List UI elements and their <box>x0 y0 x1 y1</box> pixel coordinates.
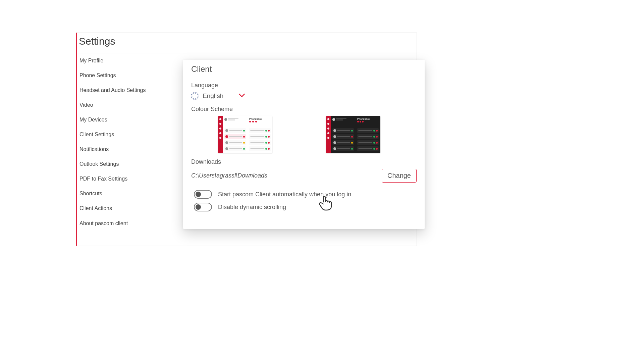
downloads-row: C:\Users\agrassl\Downloads Change <box>191 169 417 183</box>
downloads-path-value: C:\Users\agrassl\Downloads <box>191 172 267 179</box>
autostart-toggle-row: Start pascom Client automatically when y… <box>191 190 417 199</box>
language-section-label: Language <box>191 82 417 89</box>
flag-uk-icon <box>191 92 199 100</box>
autostart-toggle-label: Start pascom Client automatically when y… <box>218 191 351 198</box>
client-settings-panel: Client Language English Colour Scheme <box>183 60 425 229</box>
chevron-down-icon <box>239 93 245 99</box>
colour-scheme-section-label: Colour Scheme <box>191 106 417 113</box>
disable-scroll-toggle-label: Disable dynamic scrolling <box>218 204 286 211</box>
scheme-preview-heading: Phonebook <box>249 118 270 120</box>
settings-title: Settings <box>77 33 417 53</box>
downloads-section-label: Downloads <box>191 158 417 165</box>
scheme-preview-heading-dark: Phonebook <box>357 118 378 120</box>
colour-scheme-dark-option[interactable]: Phonebook <box>326 116 380 153</box>
colour-scheme-light-option[interactable]: Phonebook <box>218 116 272 153</box>
colour-scheme-options: Phonebook <box>191 116 417 153</box>
autostart-toggle[interactable] <box>194 190 212 199</box>
disable-scroll-toggle[interactable] <box>194 203 212 211</box>
language-selector[interactable]: English <box>191 92 417 100</box>
client-panel-title: Client <box>191 64 417 82</box>
change-button[interactable]: Change <box>382 169 417 183</box>
disable-scroll-toggle-row: Disable dynamic scrolling <box>191 203 417 211</box>
language-value: English <box>203 92 223 100</box>
